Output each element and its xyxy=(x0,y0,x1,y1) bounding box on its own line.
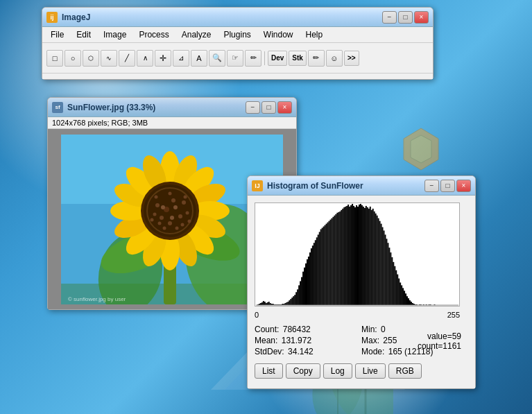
imagej-menubar: File Edit Image Process Analyze Plugins … xyxy=(42,27,433,43)
svg-rect-94 xyxy=(307,259,308,305)
svg-point-42 xyxy=(173,205,178,209)
polygon-tool[interactable]: ⬡ xyxy=(83,50,99,67)
svg-rect-119 xyxy=(341,210,342,305)
line-tool[interactable]: ╱ xyxy=(119,50,135,67)
svg-rect-97 xyxy=(311,248,312,305)
svg-rect-131 xyxy=(357,207,359,305)
histogram-titlebar: IJ Histogram of SunFlower − □ × xyxy=(248,176,475,196)
eyedropper-tool[interactable]: ✏ xyxy=(245,50,261,67)
histogram-window-controls: − □ × xyxy=(424,180,471,192)
svg-point-49 xyxy=(175,226,179,230)
imagej-minimize-btn[interactable]: − xyxy=(382,11,397,24)
svg-rect-150 xyxy=(383,230,384,305)
svg-rect-137 xyxy=(366,206,367,305)
live-button[interactable]: Live xyxy=(355,363,386,379)
svg-rect-168 xyxy=(408,298,409,305)
svg-rect-123 xyxy=(346,206,347,305)
text-tool[interactable]: A xyxy=(191,50,207,67)
svg-rect-134 xyxy=(361,205,363,305)
svg-rect-99 xyxy=(314,243,315,305)
imagej-toolbar: □ ○ ⬡ ∿ ╱ ∧ ✛ ⊿ A 🔍 ☞ ✏ Dev Stk ✏ ☺ >> xyxy=(42,43,433,74)
svg-rect-86 xyxy=(295,292,297,305)
svg-rect-144 xyxy=(375,214,377,305)
histogram-minimize-btn[interactable]: − xyxy=(424,180,439,192)
menu-edit[interactable]: Edit xyxy=(71,28,96,41)
rectangle-tool[interactable]: □ xyxy=(46,50,63,67)
oval-tool[interactable]: ○ xyxy=(65,50,81,67)
histogram-svg xyxy=(255,203,459,306)
paint-btn[interactable]: ✏ xyxy=(308,50,325,67)
svg-point-50 xyxy=(163,226,166,230)
more-btn[interactable]: >> xyxy=(344,51,359,66)
svg-rect-95 xyxy=(308,257,309,305)
sunflower-titlebar: sf SunFlower.jpg (33.3%) − □ × xyxy=(48,98,296,117)
imagej-maximize-btn[interactable]: □ xyxy=(398,11,413,24)
svg-point-52 xyxy=(184,195,187,198)
svg-rect-169 xyxy=(409,300,411,305)
sunflower-title: SunFlower.jpg (33.3%) xyxy=(67,103,246,112)
svg-rect-87 xyxy=(297,289,298,305)
mean-stat: Mean: 131.972 xyxy=(255,336,361,345)
svg-point-44 xyxy=(170,216,174,220)
sunflower-window-controls: − □ × xyxy=(246,101,292,114)
histogram-icon: IJ xyxy=(252,180,263,191)
freehand-tool[interactable]: ∿ xyxy=(101,50,117,67)
menu-image[interactable]: Image xyxy=(98,28,132,41)
histogram-stats-left: Count: 786432 Mean: 131.972 StdDev: 34.1… xyxy=(255,325,361,356)
histogram-x-min: 0 xyxy=(255,311,259,319)
imagej-status-bar xyxy=(42,74,433,79)
dev-btn[interactable]: Dev xyxy=(268,51,287,66)
svg-rect-122 xyxy=(345,207,346,305)
svg-rect-117 xyxy=(338,212,339,305)
svg-rect-63 xyxy=(264,302,266,305)
svg-rect-162 xyxy=(400,282,401,305)
sunflower-minimize-btn[interactable]: − xyxy=(246,101,260,114)
menu-window[interactable]: Window xyxy=(258,28,299,41)
imagej-window-controls: − □ × xyxy=(382,11,429,24)
stk-btn[interactable]: Stk xyxy=(289,51,307,66)
histogram-x-max: 255 xyxy=(447,311,460,319)
options-btn[interactable]: ☺ xyxy=(326,50,343,67)
magnifier-tool[interactable]: 🔍 xyxy=(209,50,225,67)
histogram-maximize-btn[interactable]: □ xyxy=(440,180,455,192)
point-tool[interactable]: ✛ xyxy=(155,50,171,67)
copy-button[interactable]: Copy xyxy=(286,363,320,379)
hand-tool[interactable]: ☞ xyxy=(227,50,243,67)
menu-analyze[interactable]: Analyze xyxy=(176,28,217,41)
svg-rect-157 xyxy=(393,262,394,305)
svg-rect-166 xyxy=(405,293,406,305)
svg-rect-160 xyxy=(397,275,398,305)
sunflower-maximize-btn[interactable]: □ xyxy=(261,101,276,114)
list-button[interactable]: List xyxy=(255,363,283,379)
menu-process[interactable]: Process xyxy=(133,28,174,41)
svg-point-53 xyxy=(155,195,158,198)
histogram-chart xyxy=(255,202,460,307)
svg-point-48 xyxy=(186,211,189,214)
svg-rect-149 xyxy=(382,227,384,305)
svg-rect-104 xyxy=(320,229,322,305)
log-button[interactable]: Log xyxy=(323,363,352,379)
svg-rect-161 xyxy=(398,279,400,305)
svg-point-38 xyxy=(155,203,160,207)
svg-point-45 xyxy=(158,221,162,225)
svg-rect-103 xyxy=(319,232,320,305)
svg-rect-89 xyxy=(300,281,301,305)
svg-point-51 xyxy=(169,191,172,195)
svg-rect-93 xyxy=(305,264,307,305)
svg-rect-113 xyxy=(332,217,334,305)
angle-tool[interactable]: ∧ xyxy=(137,50,153,67)
svg-rect-140 xyxy=(370,207,371,305)
menu-plugins[interactable]: Plugins xyxy=(218,28,256,41)
svg-rect-115 xyxy=(335,214,336,305)
svg-rect-111 xyxy=(330,220,332,305)
wand-tool[interactable]: ⊿ xyxy=(173,50,189,67)
histogram-close-btn[interactable]: × xyxy=(456,180,471,192)
sunflower-close-btn[interactable]: × xyxy=(277,101,292,114)
imagej-close-btn[interactable]: × xyxy=(414,11,429,24)
svg-rect-65 xyxy=(267,302,268,305)
menu-help[interactable]: Help xyxy=(300,28,329,41)
rgb-button[interactable]: RGB xyxy=(388,363,422,379)
svg-point-43 xyxy=(161,205,165,209)
menu-file[interactable]: File xyxy=(45,28,69,41)
svg-rect-154 xyxy=(388,248,390,305)
